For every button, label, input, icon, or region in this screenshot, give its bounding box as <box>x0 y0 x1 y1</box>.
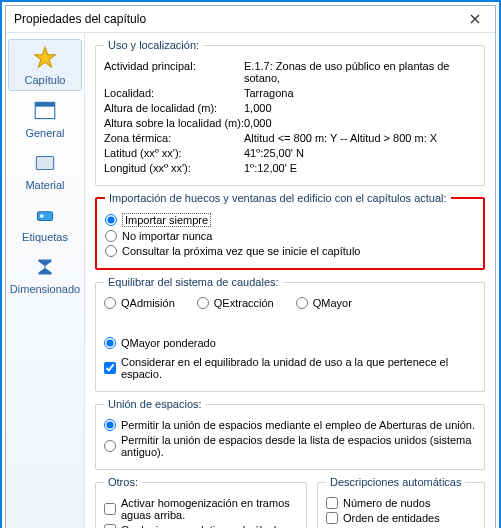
check-label: Considerar en el equilibrado la unidad d… <box>121 356 476 380</box>
radio-label: QAdmisión <box>121 297 175 309</box>
sigma-icon <box>31 253 59 281</box>
check-considerar-equilibrado[interactable]: Considerar en el equilibrado la unidad d… <box>104 356 476 380</box>
field-label: Actividad principal: <box>104 60 244 72</box>
field-value: E.1.7: Zonas de uso público en plantas d… <box>244 60 476 84</box>
tag-icon <box>31 201 59 229</box>
field-value: Altitud <= 800 m: Y -- Altitud > 800 m: … <box>244 132 476 144</box>
group-importacion: Importación de huecos y ventanas del edi… <box>95 192 485 270</box>
field-label: Longitud (xxº xx'): <box>104 162 244 174</box>
radio-label: Permitir la unión de espacios mediante e… <box>121 419 475 431</box>
group-legend: Descripciones automáticas <box>326 476 465 488</box>
radio-no-importar[interactable]: No importar nunca <box>105 230 475 242</box>
window-icon <box>31 97 59 125</box>
group-descripciones: Descripciones automáticas Número de nudo… <box>317 476 485 528</box>
radio-qadmision[interactable]: QAdmisión <box>104 297 175 309</box>
field-value: 1º:12,00' E <box>244 162 476 174</box>
field-label: Altura sobre la localidad (m): <box>104 117 244 129</box>
group-caudales: Equilibrar del sistema de caudales: QAdm… <box>95 276 485 392</box>
group-legend: Equilibrar del sistema de caudales: <box>104 276 283 288</box>
sidebar-item-label: Etiquetas <box>22 231 68 243</box>
svg-point-4 <box>40 214 43 217</box>
field-value: 41º:25,00' N <box>244 147 476 159</box>
group-legend: Unión de espacios: <box>104 398 206 410</box>
group-legend: Uso y localización: <box>104 39 203 51</box>
group-uso: Uso y localización: Actividad principal:… <box>95 39 485 186</box>
window-title: Propiedades del capítulo <box>14 12 146 26</box>
radio-label: QMayor <box>313 297 352 309</box>
svg-rect-2 <box>36 157 53 170</box>
sidebar-item-label: Dimensionado <box>10 283 80 295</box>
sidebar-item-capitulo[interactable]: Capítulo <box>8 39 82 91</box>
radio-label: Permitir la unión de espacios desde la l… <box>121 434 476 458</box>
field-value: Tarragona <box>244 87 476 99</box>
radio-label: Importar siempre <box>122 213 211 227</box>
radio-qmayor-ponderado[interactable]: QMayor ponderado <box>104 337 216 349</box>
sidebar-item-label: Capítulo <box>25 74 66 86</box>
check-label: Activar homogenización en tramos aguas a… <box>121 497 298 521</box>
group-union: Unión de espacios: Permitir la unión de … <box>95 398 485 470</box>
sidebar: Capítulo General Material Etiquetas <box>6 33 85 528</box>
sidebar-item-label: Material <box>25 179 64 191</box>
close-icon[interactable] <box>455 6 495 32</box>
check-numero-nudos[interactable]: Número de nudos <box>326 497 476 509</box>
check-error-detiene[interactable]: Cualquier error detiene el cálculo <box>104 524 298 528</box>
check-homogenizacion[interactable]: Activar homogenización en tramos aguas a… <box>104 497 298 521</box>
field-label: Altura de localidad (m): <box>104 102 244 114</box>
titlebar: Propiedades del capítulo <box>6 6 495 33</box>
check-orden-entidades[interactable]: Orden de entidades <box>326 512 476 524</box>
field-value: 1,000 <box>244 102 476 114</box>
radio-label: QMayor ponderado <box>121 337 216 349</box>
radio-qmayor[interactable]: QMayor <box>296 297 352 309</box>
svg-rect-3 <box>37 212 52 221</box>
sidebar-item-label: General <box>25 127 64 139</box>
check-label: Cualquier error detiene el cálculo <box>121 524 282 528</box>
group-legend: Otros: <box>104 476 142 488</box>
sidebar-item-etiquetas[interactable]: Etiquetas <box>9 197 81 247</box>
field-value: 0,000 <box>244 117 476 129</box>
field-label: Localidad: <box>104 87 244 99</box>
radio-importar-siempre[interactable]: Importar siempre <box>105 213 475 227</box>
star-icon <box>31 44 59 72</box>
field-label: Zona térmica: <box>104 132 244 144</box>
radio-union-lista[interactable]: Permitir la unión de espacios desde la l… <box>104 434 476 458</box>
radio-consultar[interactable]: Consultar la próxima vez que se inicie e… <box>105 245 475 257</box>
check-label: Orden de entidades <box>343 512 440 524</box>
sidebar-item-material[interactable]: Material <box>9 145 81 195</box>
radio-label: QExtracción <box>214 297 274 309</box>
field-label: Latitud (xxº xx'): <box>104 147 244 159</box>
sidebar-item-dimensionado[interactable]: Dimensionado <box>9 249 81 299</box>
group-legend: Importación de huecos y ventanas del edi… <box>105 192 451 204</box>
radio-label: No importar nunca <box>122 230 213 242</box>
material-icon <box>31 149 59 177</box>
svg-rect-1 <box>35 102 55 106</box>
radio-qextraccion[interactable]: QExtracción <box>197 297 274 309</box>
radio-union-aberturas[interactable]: Permitir la unión de espacios mediante e… <box>104 419 476 431</box>
sidebar-item-general[interactable]: General <box>9 93 81 143</box>
check-label: Número de nudos <box>343 497 430 509</box>
group-otros: Otros: Activar homogenización en tramos … <box>95 476 307 528</box>
radio-label: Consultar la próxima vez que se inicie e… <box>122 245 360 257</box>
